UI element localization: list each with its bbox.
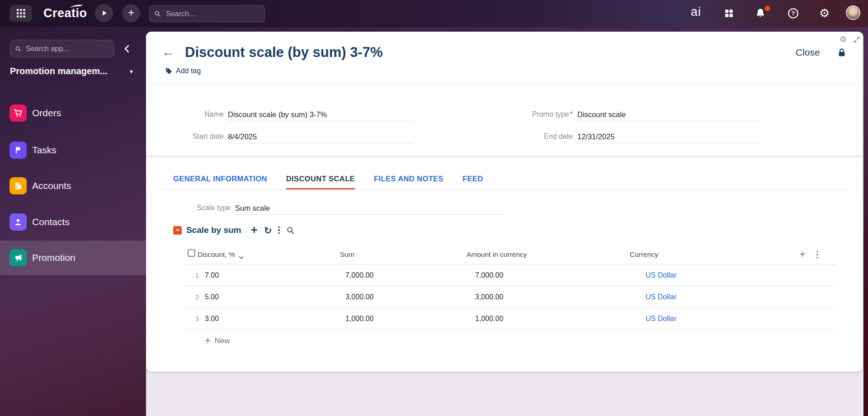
sum-cell: 3,000.00: [345, 286, 373, 308]
record-page: ⚙ ← Discount scale (by sum) 3-7% Close A…: [146, 32, 863, 372]
currency-link[interactable]: US Dollar: [646, 286, 676, 308]
copilot-button[interactable]: ai: [691, 5, 701, 19]
sidebar-item-promotion[interactable]: Promotion: [0, 241, 146, 275]
plus-icon: +: [250, 224, 257, 236]
chevron-down-icon: ▾: [130, 68, 133, 75]
end-date-field-underline: [577, 130, 760, 143]
refresh-button[interactable]: ↻: [264, 226, 272, 235]
collapse-detail-button[interactable]: [173, 226, 182, 235]
help-button[interactable]: ?: [788, 8, 799, 21]
process-play-button[interactable]: [95, 4, 113, 22]
workspace-name: Promotion managem...: [10, 66, 108, 76]
sidebar-item-orders[interactable]: Orders: [0, 96, 146, 130]
creatio-app: Creatio + ai: [0, 0, 868, 416]
back-arrow-icon: ←: [162, 45, 174, 59]
search-icon: [286, 226, 295, 235]
row-number: 2: [190, 286, 199, 308]
add-tag-label: Add tag: [176, 67, 201, 75]
chevron-up-icon: [175, 227, 180, 233]
gear-icon: ⚙: [840, 35, 847, 43]
sidebar-item-contacts[interactable]: Contacts: [0, 205, 146, 239]
collapse-sidebar-button[interactable]: [121, 43, 133, 55]
workspaces-icon: [724, 8, 734, 19]
grid-settings-button[interactable]: [816, 250, 818, 259]
row-number: 1: [190, 265, 199, 286]
app-search[interactable]: [10, 40, 114, 57]
discount-cell: 3.00: [205, 308, 219, 330]
sidebar-item-label: Orders: [32, 108, 61, 118]
table-header: Discount, % Sum Amount in currency Curre…: [181, 246, 836, 265]
workspace-selector[interactable]: Promotion managem... ▾: [10, 66, 133, 76]
cart-icon: [9, 104, 27, 122]
scale-detail-header: Scale by sum + ↻: [173, 224, 298, 236]
app-search-input[interactable]: [25, 44, 109, 53]
column-header-sum[interactable]: Sum: [340, 248, 354, 261]
end-date-field-label: End date: [462, 130, 573, 143]
grid-icon: [17, 9, 25, 18]
bell-icon: [755, 8, 766, 19]
scale-type-underline: [235, 201, 503, 215]
sidebar-item-accounts[interactable]: Accounts: [0, 169, 146, 203]
app-launcher-button[interactable]: [9, 5, 32, 22]
global-search[interactable]: [149, 5, 265, 22]
logo-swoosh-icon: [69, 4, 85, 8]
expand-page-button[interactable]: [853, 36, 860, 43]
amount-cell: 7,000.00: [475, 265, 503, 286]
tab-files-and-notes[interactable]: FILES AND NOTES: [374, 169, 443, 189]
plus-icon: +: [205, 336, 211, 346]
tab-general-information[interactable]: GENERAL INFORMATION: [173, 169, 267, 189]
refresh-icon: ↻: [264, 226, 272, 235]
sum-cell: 1,000.00: [345, 308, 373, 330]
column-header-currency[interactable]: Currency: [630, 248, 658, 261]
sort-chevron-icon[interactable]: [239, 253, 244, 261]
sidebar-item-tasks[interactable]: Tasks: [0, 133, 146, 167]
page-settings-button[interactable]: ⚙: [840, 35, 847, 43]
tab-feed[interactable]: FEED: [462, 169, 483, 189]
promo-type-field-underline: [577, 108, 760, 121]
detail-menu-button[interactable]: [278, 226, 280, 235]
table-row[interactable]: 1 7.00 7,000.00 7,000.00 US Dollar: [181, 265, 836, 286]
lock-button[interactable]: [837, 47, 847, 60]
workspaces-button[interactable]: [724, 8, 734, 20]
page-title: Discount scale (by sum) 3-7%: [185, 44, 383, 61]
currency-link[interactable]: US Dollar: [646, 308, 676, 330]
column-header-discount[interactable]: Discount, %: [198, 248, 235, 261]
sidebar-item-label: Contacts: [32, 217, 70, 227]
row-number: 3: [190, 308, 199, 330]
new-row-button[interactable]: + New: [205, 336, 230, 346]
building-icon: [9, 177, 27, 194]
column-header-amount[interactable]: Amount in currency: [467, 248, 527, 261]
required-asterisk: *: [570, 110, 573, 118]
tab-discount-scale[interactable]: DISCOUNT SCALE: [286, 169, 355, 189]
header-divider: [146, 83, 863, 84]
tab-bar: GENERAL INFORMATION DISCOUNT SCALE FILES…: [160, 157, 848, 190]
global-search-input[interactable]: [165, 9, 260, 19]
logo-text: Creatio: [43, 6, 87, 20]
select-all-checkbox[interactable]: [188, 249, 195, 257]
quick-add-button[interactable]: +: [122, 4, 140, 22]
add-row-button[interactable]: +: [250, 225, 257, 236]
sidebar-item-label: Accounts: [32, 180, 71, 191]
creatio-logo[interactable]: Creatio: [43, 6, 87, 20]
start-date-field-label: Start date: [164, 130, 224, 143]
table-row[interactable]: 3 3.00 1,000.00 1,000.00 US Dollar: [181, 308, 836, 330]
amount-cell: 3,000.00: [475, 286, 503, 308]
play-icon: [100, 9, 108, 17]
add-tag-button[interactable]: Add tag: [165, 67, 201, 75]
search-icon: [15, 45, 21, 52]
user-avatar[interactable]: [846, 5, 860, 20]
svg-text:?: ?: [791, 10, 795, 17]
plus-icon: +: [799, 248, 806, 260]
table-row[interactable]: 2 5.00 3,000.00 3,000.00 US Dollar: [181, 286, 836, 308]
chevron-left-icon: [123, 44, 131, 53]
add-column-row-button[interactable]: +: [799, 249, 806, 260]
detail-search-button[interactable]: [286, 226, 295, 235]
discount-cell: 5.00: [205, 286, 219, 308]
back-button[interactable]: ←: [162, 46, 174, 58]
currency-link[interactable]: US Dollar: [646, 265, 676, 286]
close-button[interactable]: Close: [796, 47, 820, 58]
sum-cell: 7,000.00: [345, 265, 373, 286]
notifications-button[interactable]: [755, 8, 766, 20]
system-settings-button[interactable]: ⚙: [819, 7, 830, 19]
amount-cell: 1,000.00: [475, 308, 503, 330]
